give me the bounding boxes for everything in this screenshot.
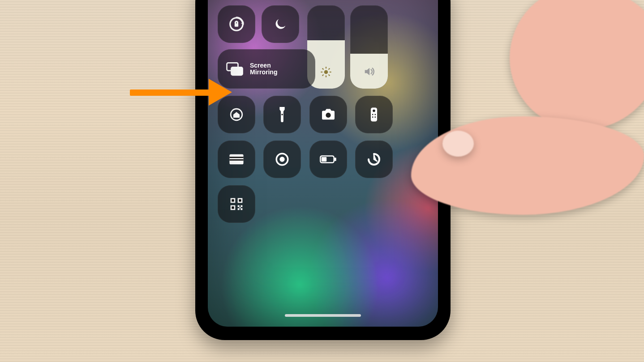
- svg-rect-38: [240, 205, 242, 207]
- cc-row-3: [218, 96, 393, 133]
- do-not-disturb-button[interactable]: [262, 5, 299, 43]
- svg-point-19: [375, 114, 376, 115]
- low-power-mode-button[interactable]: [309, 141, 347, 178]
- volume-slider[interactable]: [350, 5, 388, 89]
- svg-point-27: [280, 157, 285, 162]
- moon-icon: [273, 17, 288, 32]
- brightness-icon: [320, 66, 332, 80]
- svg-rect-40: [240, 208, 242, 210]
- wallet-button[interactable]: [218, 141, 255, 178]
- svg-rect-36: [232, 206, 234, 209]
- screen-mirroring-line2: Mirroring: [250, 69, 277, 76]
- svg-rect-34: [239, 199, 241, 201]
- low-power-icon: [320, 154, 337, 164]
- phone-screen: Screen Mirroring: [208, 0, 438, 327]
- wallet-icon: [229, 153, 244, 165]
- timer-button[interactable]: [355, 141, 393, 178]
- svg-rect-41: [240, 207, 241, 209]
- camera-button[interactable]: [309, 96, 347, 133]
- svg-point-20: [372, 116, 374, 118]
- flashlight-icon: [278, 107, 286, 122]
- screen-mirroring-label: Screen Mirroring: [250, 62, 277, 75]
- cc-row-4: [218, 141, 393, 178]
- screen-record-icon: [275, 152, 290, 167]
- svg-line-7: [322, 68, 323, 69]
- screen-mirroring-icon: [226, 61, 244, 77]
- svg-line-8: [329, 75, 330, 76]
- hand: [510, 0, 644, 130]
- svg-point-15: [326, 113, 331, 118]
- home-button[interactable]: [218, 96, 255, 133]
- svg-rect-30: [322, 157, 326, 162]
- home-icon: [229, 107, 244, 122]
- rotation-lock-button[interactable]: [218, 5, 255, 43]
- fingernail: [442, 131, 474, 157]
- svg-rect-29: [335, 158, 336, 161]
- home-indicator[interactable]: [285, 314, 361, 317]
- svg-rect-32: [232, 199, 234, 201]
- svg-point-21: [375, 116, 376, 118]
- photo-scene: Screen Mirroring: [0, 0, 644, 362]
- svg-line-10: [329, 68, 330, 69]
- flashlight-button[interactable]: [263, 96, 301, 133]
- remote-icon: [370, 107, 378, 122]
- camera-icon: [321, 108, 336, 121]
- qr-code-icon: [229, 197, 244, 211]
- qr-scanner-button[interactable]: [218, 185, 255, 223]
- svg-point-17: [373, 110, 376, 112]
- screen-mirroring-button[interactable]: Screen Mirroring: [218, 49, 315, 89]
- timer-icon: [367, 152, 381, 166]
- svg-rect-24: [229, 157, 243, 158]
- svg-point-2: [324, 70, 328, 74]
- svg-line-9: [322, 75, 323, 76]
- apple-tv-remote-button[interactable]: [355, 96, 393, 133]
- screen-record-button[interactable]: [263, 141, 301, 178]
- svg-point-18: [372, 114, 374, 115]
- svg-rect-25: [229, 159, 243, 161]
- svg-rect-39: [238, 208, 240, 210]
- svg-point-14: [282, 114, 283, 115]
- volume-icon: [363, 65, 375, 80]
- svg-rect-12: [232, 67, 243, 75]
- svg-rect-37: [238, 205, 240, 207]
- rotation-lock-icon: [228, 15, 245, 33]
- cc-row-5: [218, 185, 255, 223]
- screen-mirroring-line1: Screen: [250, 62, 277, 69]
